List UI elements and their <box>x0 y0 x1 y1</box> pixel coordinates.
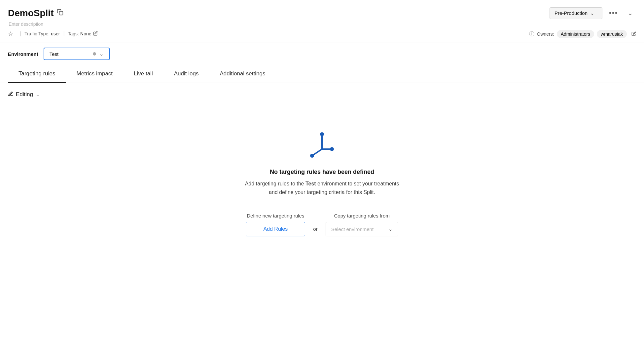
chevron-down-icon: ⌄ <box>590 10 594 16</box>
description-placeholder[interactable]: Enter description <box>8 21 636 27</box>
environment-label: Environment <box>8 51 38 57</box>
tab-additional-settings[interactable]: Additional settings <box>209 65 276 83</box>
main-content: Editing ⌄ No targeting rules have been d… <box>0 83 644 258</box>
title-row: DemoSplit <box>8 8 63 19</box>
more-dots: ••• <box>609 9 618 17</box>
copy-icon[interactable] <box>57 9 63 17</box>
empty-desc-part1: Add targeting rules to the <box>245 181 305 186</box>
environment-dropdown-button[interactable]: Pre-Production ⌄ <box>550 7 602 19</box>
editing-chevron-icon[interactable]: ⌄ <box>36 92 40 97</box>
svg-rect-0 <box>59 12 63 15</box>
empty-desc-part3: and define your targeting criteria for t… <box>269 189 375 195</box>
action-row: Define new targeting rules Add Rules or … <box>246 213 398 236</box>
tab-audit-logs[interactable]: Audit logs <box>163 65 209 83</box>
copy-rules-label: Copy targeting rules from <box>334 213 389 218</box>
separator: | <box>20 31 21 37</box>
header-top-row: DemoSplit Pre-Production ⌄ ••• ⌄ <box>8 7 636 20</box>
empty-state: No targeting rules have been defined Add… <box>8 111 636 250</box>
traffic-type-label: Traffic Type: <box>24 31 50 36</box>
header-right: Pre-Production ⌄ ••• ⌄ <box>550 7 636 20</box>
environment-status-dot <box>93 52 96 56</box>
question-icon: ⓘ <box>529 31 534 38</box>
environment-row: Environment Test ⌄ <box>0 43 644 65</box>
separator2: | <box>63 31 64 37</box>
empty-state-description: Add targeting rules to the Test environm… <box>245 179 399 196</box>
star-icon[interactable]: ☆ <box>8 30 13 37</box>
environment-selector[interactable]: Test ⌄ <box>44 48 110 60</box>
empty-desc-env: Test <box>305 181 316 186</box>
tab-live-tail[interactable]: Live tail <box>123 65 163 83</box>
owner-chip-administrators[interactable]: Administrators <box>557 30 594 38</box>
tags-value: None <box>80 31 91 36</box>
owner-chip-wmarusiak[interactable]: wmarusiak <box>597 30 627 38</box>
select-env-placeholder: Select environment <box>331 226 374 232</box>
tags-label: Tags: <box>68 31 79 36</box>
owners-label: Owners: <box>537 31 554 37</box>
expand-button[interactable]: ⌄ <box>625 7 636 20</box>
tabs-nav: Targeting rules Metrics impact Live tail… <box>0 65 644 83</box>
add-rules-button[interactable]: Add Rules <box>246 222 305 236</box>
env-dropdown-label: Pre-Production <box>555 10 588 16</box>
define-rules-label: Define new targeting rules <box>247 213 304 218</box>
svg-point-5 <box>310 154 314 158</box>
svg-point-6 <box>330 147 334 151</box>
owners-edit-icon[interactable] <box>631 31 636 37</box>
page-title: DemoSplit <box>8 8 54 19</box>
empty-state-title: No targeting rules have been defined <box>270 169 374 176</box>
environment-selected-value: Test <box>50 51 89 57</box>
more-options-button[interactable]: ••• <box>605 7 622 20</box>
or-text: or <box>313 226 317 236</box>
select-environment-dropdown[interactable]: Select environment ⌄ <box>326 222 398 236</box>
define-rules-group: Define new targeting rules Add Rules <box>246 213 305 236</box>
pencil-icon <box>8 91 13 98</box>
editing-row: Editing ⌄ <box>8 91 636 98</box>
meta-row: ☆ | Traffic Type: user | Tags: None <box>8 30 98 37</box>
tab-metrics-impact[interactable]: Metrics impact <box>66 65 124 83</box>
chevron-down-icon: ⌄ <box>628 10 633 17</box>
page-header: DemoSplit Pre-Production ⌄ ••• ⌄ Enter d… <box>0 0 644 43</box>
split-icon <box>305 131 339 161</box>
chevron-down-icon: ⌄ <box>99 51 104 57</box>
copy-rules-group: Copy targeting rules from Select environ… <box>326 213 398 236</box>
traffic-type-value: user <box>51 31 60 36</box>
chevron-down-icon: ⌄ <box>388 226 393 232</box>
svg-point-4 <box>320 132 324 136</box>
tags-edit-icon[interactable] <box>93 31 98 37</box>
owners-row: ⓘ Owners: Administrators wmarusiak <box>529 30 636 38</box>
tab-targeting-rules[interactable]: Targeting rules <box>8 65 66 83</box>
empty-desc-part2: environment to set your treatments <box>316 181 399 186</box>
editing-label: Editing <box>16 91 33 98</box>
